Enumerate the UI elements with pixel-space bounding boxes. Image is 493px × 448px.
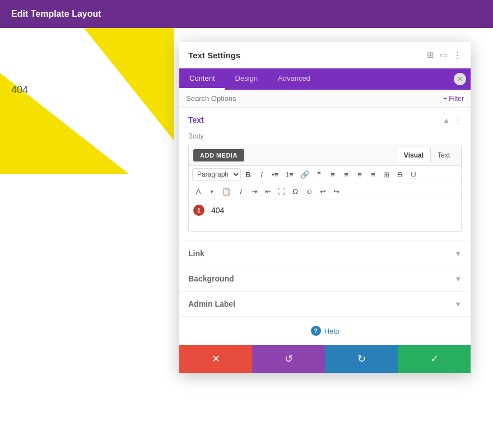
fullscreen-button[interactable]: ⛶ [275,186,288,197]
header-bar: Edit Template Layout [0,0,493,28]
tab-design[interactable]: Design [225,68,268,90]
paragraph-select[interactable]: Paragraph Heading 1 Heading 2 [192,168,241,181]
strikethrough-button[interactable]: S [394,169,406,181]
kebab-menu-icon[interactable]: ⋮ [453,50,462,60]
cancel-button[interactable]: ✕ [179,345,252,373]
modal-title: Text Settings [188,50,240,60]
section-kebab-icon[interactable]: ⋮ [454,116,462,124]
background-section-title: Background [188,274,234,283]
admin-label-section-title: Admin Label [188,299,235,308]
special-chars-button[interactable]: Ω [289,186,301,197]
modal-header-icons: ⊞ ▭ ⋮ [427,50,462,60]
save-button[interactable]: ✓ [398,345,471,373]
align-right-button[interactable]: ≡ [354,169,366,181]
modal-footer: ✕ ↺ ↻ ✓ [179,345,471,373]
text-tab[interactable]: Text [430,148,457,163]
blockquote-button[interactable]: ❞ [313,169,325,181]
text-section: Text ▲ ⋮ Body ADD MEDIA Visual [179,108,471,241]
text-section-icons: ▲ ⋮ [443,116,462,124]
align-center-button[interactable]: ≡ [340,169,352,181]
editor-text-content: 404 [211,206,454,215]
bold-button[interactable]: B [242,169,254,181]
modal-tabs: Content Design Advanced ✕ [179,68,471,90]
link-chevron-icon[interactable]: ▼ [454,250,462,258]
background-section-header[interactable]: Background ▼ [179,266,471,291]
body-label: Body [188,132,462,140]
yellow-shape-1 [84,28,174,140]
align-justify-button[interactable]: ≡ [367,169,379,181]
background-chevron-icon[interactable]: ▼ [454,275,462,283]
page-title: Edit Template Layout [11,9,101,19]
text-section-header[interactable]: Text ▲ ⋮ [179,108,471,132]
italic-button[interactable]: I [255,169,268,181]
search-input[interactable] [186,94,439,103]
undo-editor-button[interactable]: ↩ [317,186,329,197]
tab-advanced[interactable]: Advanced [268,68,320,90]
table-button[interactable]: ⊞ [380,169,393,181]
canvas-area: 404 Text Settings ⊞ ▭ ⋮ Content Design A… [0,28,493,448]
link-section: Link ▼ [179,241,471,266]
unordered-list-button[interactable]: •≡ [269,169,281,181]
modal-body: Text ▲ ⋮ Body ADD MEDIA Visual [179,108,471,345]
italic-button-2[interactable]: I [235,186,247,197]
modal-header: Text Settings ⊞ ▭ ⋮ [179,42,471,68]
grid-icon[interactable]: ⊞ [427,50,434,60]
underline-button[interactable]: U [407,169,420,181]
link-button[interactable]: 🔗 [297,169,312,181]
help-label: Help [324,327,339,335]
modal-close-button[interactable]: ✕ [454,73,466,85]
toolbar-row-1: Paragraph Heading 1 Heading 2 B I •≡ 1≡ … [189,166,461,183]
redo-button[interactable]: ↻ [325,345,398,373]
text-section-title: Text [188,116,204,124]
columns-icon[interactable]: ▭ [440,50,448,60]
filter-button[interactable]: + Filter [443,95,464,103]
visual-tab[interactable]: Visual [397,148,430,163]
text-settings-modal: Text Settings ⊞ ▭ ⋮ Content Design Advan… [179,42,471,373]
undo-button[interactable]: ↺ [252,345,325,373]
admin-label-section: Admin Label ▼ [179,292,471,317]
redo-editor-button[interactable]: ↪ [330,186,342,197]
outdent-button[interactable]: ⇤ [262,186,274,197]
admin-label-chevron-icon[interactable]: ▼ [454,300,462,308]
add-media-button[interactable]: ADD MEDIA [193,149,244,161]
modal-search-bar: + Filter [179,90,471,108]
align-left-button[interactable]: ≡ [327,169,339,181]
link-section-header[interactable]: Link ▼ [179,241,471,266]
editor-badge: 1 [193,205,204,216]
emoji-button[interactable]: ☺ [303,186,315,197]
ordered-list-button[interactable]: 1≡ [282,169,296,181]
editor-toolbar-outer: ADD MEDIA Visual Text Paragraph Heading … [188,145,462,232]
indent-button[interactable]: ⇥ [248,186,261,197]
text-color-dropdown[interactable]: ▼ [206,187,218,196]
toolbar-row-2: A ▼ 📋 I ⇥ ⇤ ⛶ Ω ☺ ↩ ↪ [189,183,461,200]
admin-label-section-header[interactable]: Admin Label ▼ [179,292,471,316]
canvas-text-404: 404 [11,84,28,96]
chevron-up-icon[interactable]: ▲ [443,116,450,124]
background-section: Background ▼ [179,266,471,292]
help-row[interactable]: ? Help [179,317,471,345]
body-editor-area: Body ADD MEDIA Visual Text [179,132,471,241]
tab-content[interactable]: Content [179,68,225,90]
link-section-title: Link [188,249,204,258]
text-color-button[interactable]: A [192,186,204,197]
help-icon: ? [311,326,321,336]
editor-content[interactable]: 1 404 [189,200,461,231]
paste-button[interactable]: 📋 [219,186,234,197]
